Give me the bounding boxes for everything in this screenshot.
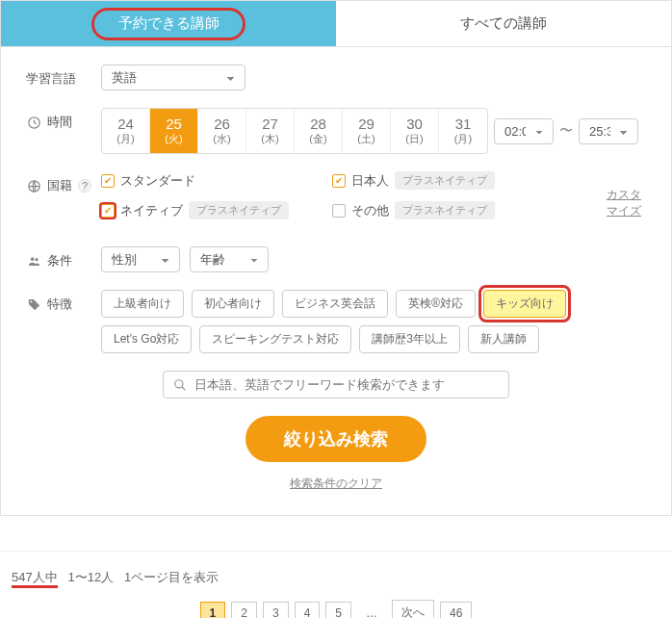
date-cell[interactable]: 28(金) [295, 109, 343, 153]
svg-point-4 [30, 300, 32, 302]
filter-search-button[interactable]: 絞り込み検索 [246, 416, 426, 462]
clock-icon [26, 115, 41, 130]
page-number[interactable]: 2 [231, 602, 257, 619]
date-cell[interactable]: 24(月) [102, 109, 150, 153]
feature-tag[interactable]: キッズ向け [483, 290, 566, 318]
nationality-item: その他プラスネイティブ [332, 201, 525, 219]
checkbox[interactable] [332, 204, 346, 218]
checkbox[interactable]: ✔ [101, 174, 115, 188]
gender-select[interactable]: 性別 [101, 246, 180, 272]
date-cell[interactable]: 29(土) [343, 109, 391, 153]
feature-tags: 上級者向け初心者向けビジネス英会話英検®対応キッズ向けLet's Go対応スピー… [101, 290, 646, 353]
date-cell[interactable]: 31(月) [439, 109, 487, 153]
highlight-rect [478, 285, 571, 322]
search-box[interactable] [163, 371, 509, 399]
tab-available-teachers[interactable]: 予約できる講師 [1, 1, 336, 46]
date-cell[interactable]: 30(日) [391, 109, 439, 153]
tab-all-teachers[interactable]: すべての講師 [336, 1, 671, 46]
date-dow: (月) [116, 132, 134, 146]
customize-link[interactable]: カスタマイズ [607, 187, 646, 219]
results-page: 1ページ目を表示 [124, 570, 219, 584]
time-to-select[interactable]: 25:30 [579, 118, 638, 144]
results-range: 1〜12人 [68, 570, 115, 584]
row-label-conditions: 条件 [26, 246, 101, 270]
page-last[interactable]: 46 [440, 602, 472, 619]
row-label-language: 学習言語 [26, 64, 101, 88]
date-dow: (金) [309, 132, 326, 146]
nationality-label: スタンダード [120, 172, 195, 190]
tab-label: 予約できる講師 [118, 14, 220, 31]
nationality-item: ✔スタンダード [101, 172, 294, 190]
date-num: 31 [455, 116, 472, 132]
page-next[interactable]: 次へ [392, 600, 434, 618]
time-separator: 〜 [559, 122, 573, 140]
nationality-label: 日本人 [351, 172, 389, 190]
clear-filters-link[interactable]: 検索条件のクリア [26, 476, 646, 492]
row-label-features: 特徴 [26, 290, 101, 313]
globe-icon [26, 178, 41, 193]
search-icon [173, 378, 187, 392]
page-number[interactable]: 1 [200, 602, 226, 619]
nationality-item: ✔ネイティブプラスネイティブ [101, 201, 294, 219]
tab-label: すべての講師 [460, 14, 547, 31]
date-dow: (月) [454, 132, 472, 146]
date-dow: (土) [357, 132, 375, 146]
time-from-select[interactable]: 02:00 [494, 118, 554, 144]
pagination: 12345…次へ46 [12, 600, 660, 618]
date-dow: (水) [213, 132, 230, 146]
plus-native-tag: プラスネイティブ [395, 171, 495, 190]
svg-point-5 [175, 379, 183, 387]
date-num: 30 [406, 116, 423, 132]
date-dow: (火) [165, 132, 182, 146]
info-icon[interactable]: ? [78, 179, 91, 193]
feature-tag[interactable]: ビジネス英会話 [282, 290, 388, 318]
feature-tag[interactable]: 初心者向け [192, 290, 274, 318]
date-cell[interactable]: 26(水) [198, 109, 246, 153]
row-label-time: 時間 [26, 108, 101, 131]
plus-native-tag: プラスネイティブ [395, 201, 495, 219]
date-num: 25 [166, 116, 182, 132]
feature-tag[interactable]: 上級者向け [101, 290, 184, 318]
feature-tag[interactable]: 新人講師 [468, 325, 539, 353]
date-cell[interactable]: 27(木) [246, 109, 295, 153]
row-label-nationality: 国籍 ? [26, 171, 101, 194]
date-num: 28 [310, 116, 326, 132]
page-number[interactable]: 5 [325, 602, 351, 619]
date-num: 29 [358, 116, 375, 132]
search-input[interactable] [194, 377, 499, 392]
plus-native-tag: プラスネイティブ [189, 201, 289, 219]
date-num: 26 [214, 116, 230, 132]
nationality-label: その他 [351, 202, 389, 219]
results-info: 547人中 1〜12人 1ページ目を表示 [12, 569, 660, 586]
date-picker: 24(月)25(火)26(水)27(木)28(金)29(土)30(日)31(月) [101, 108, 488, 154]
feature-tag[interactable]: 英検®対応 [396, 290, 476, 318]
nationality-label: ネイティブ [120, 202, 183, 219]
svg-point-2 [30, 257, 34, 261]
age-select[interactable]: 年齢 [190, 246, 269, 272]
date-num: 27 [262, 116, 278, 132]
checkbox[interactable]: ✔ [332, 174, 346, 188]
tag-icon [26, 296, 41, 312]
page-number[interactable]: 4 [295, 602, 321, 619]
nationality-options: ✔スタンダード✔日本人プラスネイティブ✔ネイティブプラスネイティブその他プラスネ… [101, 171, 607, 219]
feature-tag[interactable]: 講師歴3年以上 [359, 325, 460, 353]
people-icon [26, 253, 41, 269]
date-dow: (木) [261, 132, 278, 146]
results-total: 547人中 [12, 570, 58, 588]
nationality-item: ✔日本人プラスネイティブ [332, 171, 525, 190]
language-select[interactable]: 英語 [101, 64, 246, 90]
date-dow: (日) [405, 132, 423, 146]
checkbox[interactable]: ✔ [101, 204, 115, 218]
feature-tag[interactable]: Let's Go対応 [101, 325, 192, 353]
svg-point-3 [35, 258, 38, 261]
page-ellipsis: … [357, 603, 386, 619]
date-cell[interactable]: 25(火) [150, 109, 198, 153]
page-number[interactable]: 3 [263, 602, 289, 619]
feature-tag[interactable]: スピーキングテスト対応 [199, 325, 351, 353]
date-num: 24 [117, 116, 134, 132]
